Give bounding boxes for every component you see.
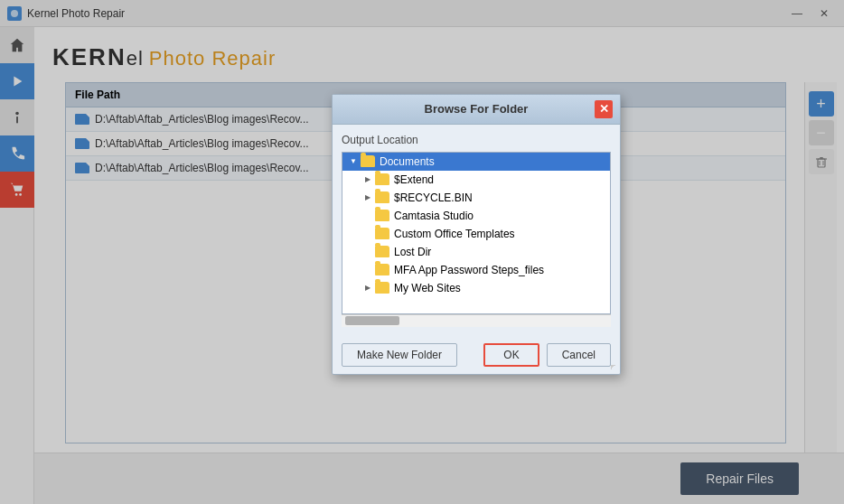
tree-label-sextend: $Extend: [394, 173, 434, 186]
resize-grip: [611, 365, 620, 374]
tree-item-camtasia[interactable]: Camtasia Studio: [342, 207, 610, 225]
dialog-body: Output Location ▼ Documents ▶ $Extend ▶ …: [333, 125, 620, 336]
folder-icon: [375, 246, 389, 257]
tree-label-lost-dir: Lost Dir: [394, 246, 431, 258]
expander-icon: ▼: [348, 156, 359, 167]
tree-label-mfa-app: MFA App Password Steps_files: [394, 264, 544, 276]
folder-icon: [375, 228, 389, 239]
expander-icon: [362, 265, 373, 275]
tree-item-documents[interactable]: ▼ Documents: [342, 153, 610, 171]
horizontal-scrollbar[interactable]: [342, 314, 611, 327]
dialog-close-button[interactable]: ✕: [595, 100, 613, 118]
tree-label-office-templates: Custom Office Templates: [394, 228, 515, 240]
output-label: Output Location: [342, 134, 611, 146]
folder-tree[interactable]: ▼ Documents ▶ $Extend ▶ $RECYCLE.BIN: [342, 152, 611, 314]
tree-label-recycle: $RECYCLE.BIN: [394, 191, 473, 204]
tree-item-my-web-sites[interactable]: ▶ My Web Sites: [342, 279, 610, 297]
tree-item-mfa-app[interactable]: MFA App Password Steps_files: [342, 261, 610, 279]
scroll-thumb: [345, 316, 399, 325]
folder-icon: [375, 173, 389, 185]
folder-icon: [361, 155, 375, 167]
folder-icon: [375, 191, 389, 203]
expander-icon: ▶: [362, 192, 373, 203]
expander-icon: ▶: [362, 174, 373, 185]
dialog-footer: Make New Folder OK Cancel: [333, 336, 620, 374]
make-new-folder-button[interactable]: Make New Folder: [342, 343, 457, 367]
tree-item-sextend[interactable]: ▶ $Extend: [342, 171, 610, 189]
browse-dialog: Browse For Folder ✕ Output Location ▼ Do…: [332, 94, 621, 375]
dialog-title: Browse For Folder: [358, 102, 595, 116]
dialog-titlebar: Browse For Folder ✕: [333, 95, 620, 125]
tree-item-recycle[interactable]: ▶ $RECYCLE.BIN: [342, 189, 610, 207]
folder-icon: [375, 282, 389, 294]
tree-label-documents: Documents: [380, 155, 435, 168]
expander-icon: [362, 229, 373, 239]
tree-item-lost-dir[interactable]: Lost Dir: [342, 243, 610, 261]
expander-icon: ▶: [362, 283, 373, 294]
folder-icon: [375, 210, 389, 221]
folder-icon: [375, 264, 389, 275]
cancel-button[interactable]: Cancel: [547, 343, 611, 367]
tree-item-office-templates[interactable]: Custom Office Templates: [342, 225, 610, 243]
tree-label-my-web-sites: My Web Sites: [394, 282, 461, 294]
expander-icon: [362, 210, 373, 221]
ok-button[interactable]: OK: [483, 343, 539, 367]
expander-icon: [362, 247, 373, 257]
modal-overlay: Browse For Folder ✕ Output Location ▼ Do…: [0, 0, 844, 504]
tree-label-camtasia: Camtasia Studio: [394, 210, 474, 222]
